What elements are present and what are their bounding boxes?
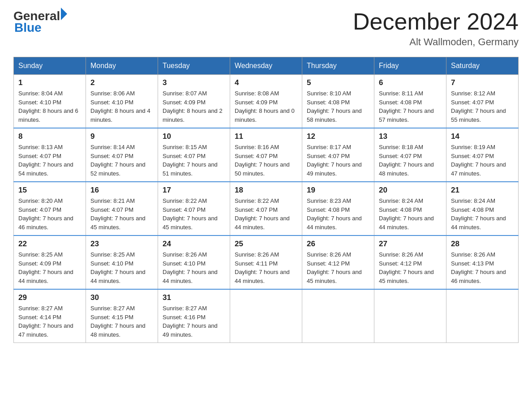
day-info: Sunrise: 8:27 AMSunset: 4:16 PMDaylight:… xyxy=(163,305,218,338)
day-info: Sunrise: 8:25 AMSunset: 4:09 PMDaylight:… xyxy=(18,251,73,284)
day-info: Sunrise: 8:26 AMSunset: 4:11 PMDaylight:… xyxy=(235,251,290,284)
logo-blue-text: Blue xyxy=(14,21,42,35)
day-number: 23 xyxy=(90,240,153,248)
day-info: Sunrise: 8:07 AMSunset: 4:09 PMDaylight:… xyxy=(163,90,223,123)
calendar-cell: 5 Sunrise: 8:10 AMSunset: 4:08 PMDayligh… xyxy=(302,75,374,128)
day-number: 9 xyxy=(90,132,153,141)
calendar-cell: 29 Sunrise: 8:27 AMSunset: 4:14 PMDaylig… xyxy=(14,289,86,343)
calendar-cell: 7 Sunrise: 8:12 AMSunset: 4:07 PMDayligh… xyxy=(446,75,519,128)
day-number: 4 xyxy=(235,78,297,87)
logo: General Blue xyxy=(13,9,67,35)
day-info: Sunrise: 8:04 AMSunset: 4:10 PMDaylight:… xyxy=(18,90,78,123)
month-title: December 2024 xyxy=(353,9,519,34)
calendar-cell: 15 Sunrise: 8:20 AMSunset: 4:07 PMDaylig… xyxy=(14,182,86,235)
calendar-cell: 14 Sunrise: 8:19 AMSunset: 4:07 PMDaylig… xyxy=(446,128,519,182)
day-number: 3 xyxy=(163,78,225,87)
header-wednesday: Wednesday xyxy=(230,57,302,75)
calendar-table: SundayMondayTuesdayWednesdayThursdayFrid… xyxy=(13,57,519,343)
day-number: 26 xyxy=(307,240,369,248)
calendar-cell: 28 Sunrise: 8:26 AMSunset: 4:13 PMDaylig… xyxy=(446,235,519,289)
day-info: Sunrise: 8:26 AMSunset: 4:12 PMDaylight:… xyxy=(379,251,434,284)
title-area: December 2024 Alt Wallmoden, Germany xyxy=(353,9,519,48)
day-number: 2 xyxy=(90,78,153,87)
day-info: Sunrise: 8:24 AMSunset: 4:08 PMDaylight:… xyxy=(379,197,434,231)
day-info: Sunrise: 8:23 AMSunset: 4:08 PMDaylight:… xyxy=(307,197,362,231)
calendar-cell: 30 Sunrise: 8:27 AMSunset: 4:15 PMDaylig… xyxy=(86,289,158,343)
day-number: 15 xyxy=(18,186,81,195)
day-info: Sunrise: 8:26 AMSunset: 4:13 PMDaylight:… xyxy=(451,251,506,284)
calendar-cell: 21 Sunrise: 8:24 AMSunset: 4:08 PMDaylig… xyxy=(446,182,519,235)
day-info: Sunrise: 8:22 AMSunset: 4:07 PMDaylight:… xyxy=(163,197,218,231)
day-number: 5 xyxy=(307,78,369,87)
calendar-cell: 1 Sunrise: 8:04 AMSunset: 4:10 PMDayligh… xyxy=(14,75,86,128)
day-number: 30 xyxy=(90,293,153,302)
calendar-header-row: SundayMondayTuesdayWednesdayThursdayFrid… xyxy=(14,57,519,75)
calendar-cell: 16 Sunrise: 8:21 AMSunset: 4:07 PMDaylig… xyxy=(86,182,158,235)
day-info: Sunrise: 8:24 AMSunset: 4:08 PMDaylight:… xyxy=(451,197,506,231)
day-info: Sunrise: 8:20 AMSunset: 4:07 PMDaylight:… xyxy=(18,197,73,231)
calendar-cell: 22 Sunrise: 8:25 AMSunset: 4:09 PMDaylig… xyxy=(14,235,86,289)
day-number: 20 xyxy=(379,186,442,195)
calendar-cell: 17 Sunrise: 8:22 AMSunset: 4:07 PMDaylig… xyxy=(158,182,230,235)
day-info: Sunrise: 8:14 AMSunset: 4:07 PMDaylight:… xyxy=(90,144,146,177)
header-friday: Friday xyxy=(374,57,446,75)
header-sunday: Sunday xyxy=(14,57,86,75)
calendar-cell xyxy=(302,289,374,343)
day-info: Sunrise: 8:26 AMSunset: 4:12 PMDaylight:… xyxy=(307,251,362,284)
calendar-cell: 24 Sunrise: 8:26 AMSunset: 4:10 PMDaylig… xyxy=(158,235,230,289)
calendar-cell: 23 Sunrise: 8:25 AMSunset: 4:10 PMDaylig… xyxy=(86,235,158,289)
day-number: 11 xyxy=(235,132,297,141)
calendar-week-3: 15 Sunrise: 8:20 AMSunset: 4:07 PMDaylig… xyxy=(14,182,519,235)
calendar-cell: 6 Sunrise: 8:11 AMSunset: 4:08 PMDayligh… xyxy=(374,75,446,128)
logo-triangle-icon xyxy=(61,8,67,20)
day-number: 1 xyxy=(18,78,81,87)
calendar-week-4: 22 Sunrise: 8:25 AMSunset: 4:09 PMDaylig… xyxy=(14,235,519,289)
day-number: 24 xyxy=(163,240,225,248)
day-number: 21 xyxy=(451,186,514,195)
day-number: 7 xyxy=(451,78,514,87)
day-number: 25 xyxy=(235,240,297,248)
day-info: Sunrise: 8:06 AMSunset: 4:10 PMDaylight:… xyxy=(90,90,150,123)
day-info: Sunrise: 8:11 AMSunset: 4:08 PMDaylight:… xyxy=(379,90,434,123)
calendar-cell: 2 Sunrise: 8:06 AMSunset: 4:10 PMDayligh… xyxy=(86,75,158,128)
calendar-week-2: 8 Sunrise: 8:13 AMSunset: 4:07 PMDayligh… xyxy=(14,128,519,182)
day-number: 29 xyxy=(18,293,81,302)
calendar-cell xyxy=(374,289,446,343)
day-info: Sunrise: 8:21 AMSunset: 4:07 PMDaylight:… xyxy=(90,197,146,231)
day-info: Sunrise: 8:27 AMSunset: 4:14 PMDaylight:… xyxy=(18,305,73,338)
calendar-week-1: 1 Sunrise: 8:04 AMSunset: 4:10 PMDayligh… xyxy=(14,75,519,128)
day-info: Sunrise: 8:16 AMSunset: 4:07 PMDaylight:… xyxy=(235,144,290,177)
day-number: 27 xyxy=(379,240,442,248)
header-tuesday: Tuesday xyxy=(158,57,230,75)
day-info: Sunrise: 8:13 AMSunset: 4:07 PMDaylight:… xyxy=(18,144,73,177)
header-monday: Monday xyxy=(86,57,158,75)
day-info: Sunrise: 8:22 AMSunset: 4:07 PMDaylight:… xyxy=(235,197,290,231)
day-info: Sunrise: 8:19 AMSunset: 4:07 PMDaylight:… xyxy=(451,144,506,177)
day-number: 6 xyxy=(379,78,442,87)
calendar-cell: 26 Sunrise: 8:26 AMSunset: 4:12 PMDaylig… xyxy=(302,235,374,289)
day-number: 10 xyxy=(163,132,225,141)
page-header: General Blue December 2024 Alt Wallmoden… xyxy=(13,9,519,48)
day-info: Sunrise: 8:15 AMSunset: 4:07 PMDaylight:… xyxy=(163,144,218,177)
calendar-cell: 31 Sunrise: 8:27 AMSunset: 4:16 PMDaylig… xyxy=(158,289,230,343)
calendar-cell: 9 Sunrise: 8:14 AMSunset: 4:07 PMDayligh… xyxy=(86,128,158,182)
day-info: Sunrise: 8:10 AMSunset: 4:08 PMDaylight:… xyxy=(307,90,362,123)
day-number: 16 xyxy=(90,186,153,195)
day-number: 12 xyxy=(307,132,369,141)
calendar-cell: 25 Sunrise: 8:26 AMSunset: 4:11 PMDaylig… xyxy=(230,235,302,289)
calendar-cell: 13 Sunrise: 8:18 AMSunset: 4:07 PMDaylig… xyxy=(374,128,446,182)
location-title: Alt Wallmoden, Germany xyxy=(353,36,519,48)
calendar-cell: 8 Sunrise: 8:13 AMSunset: 4:07 PMDayligh… xyxy=(14,128,86,182)
day-info: Sunrise: 8:12 AMSunset: 4:07 PMDaylight:… xyxy=(451,90,506,123)
day-info: Sunrise: 8:18 AMSunset: 4:07 PMDaylight:… xyxy=(379,144,434,177)
day-info: Sunrise: 8:17 AMSunset: 4:07 PMDaylight:… xyxy=(307,144,362,177)
calendar-cell xyxy=(446,289,519,343)
day-number: 8 xyxy=(18,132,81,141)
calendar-cell: 11 Sunrise: 8:16 AMSunset: 4:07 PMDaylig… xyxy=(230,128,302,182)
calendar-cell xyxy=(230,289,302,343)
day-number: 31 xyxy=(163,293,225,302)
header-thursday: Thursday xyxy=(302,57,374,75)
calendar-cell: 10 Sunrise: 8:15 AMSunset: 4:07 PMDaylig… xyxy=(158,128,230,182)
calendar-cell: 27 Sunrise: 8:26 AMSunset: 4:12 PMDaylig… xyxy=(374,235,446,289)
header-saturday: Saturday xyxy=(446,57,519,75)
